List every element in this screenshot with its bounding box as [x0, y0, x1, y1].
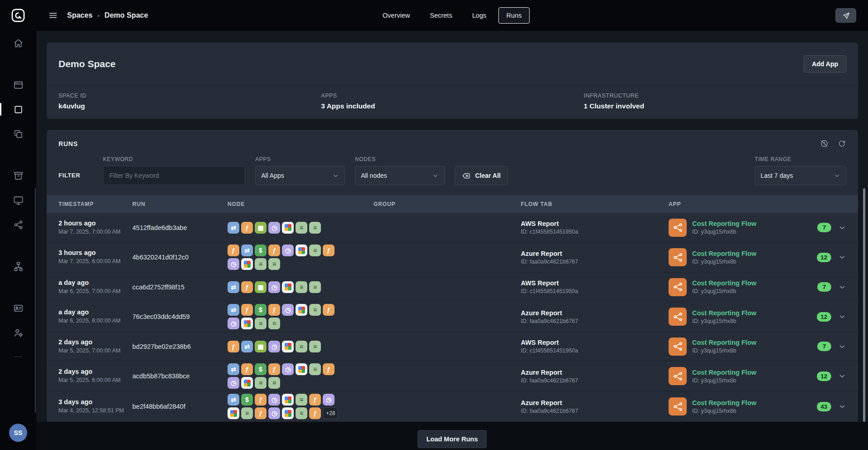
timer-purple-node-icon[interactable]: ◷ — [268, 394, 280, 406]
hamburger-menu-icon[interactable] — [48, 10, 58, 20]
function-orange-node-icon[interactable]: ƒ — [255, 407, 267, 419]
table-green-node-icon[interactable]: ≡ — [309, 363, 321, 375]
timer-purple-node-icon[interactable]: ◷ — [282, 304, 294, 316]
sidebar-item-user-gear[interactable] — [0, 322, 36, 343]
pin-button[interactable] — [835, 8, 856, 23]
sheets-multi-node-icon[interactable] — [282, 407, 294, 419]
table-green-node-icon[interactable]: ≡ — [268, 377, 280, 389]
function-orange-node-icon[interactable]: ƒ — [323, 245, 335, 256]
function-orange-node-icon[interactable]: ƒ — [309, 407, 321, 419]
tab-secrets[interactable]: Secrets — [422, 7, 460, 24]
sheets-multi-node-icon[interactable] — [228, 407, 239, 419]
transfer-blue-node-icon[interactable]: ⇄ — [228, 363, 239, 375]
table-green-node-icon[interactable]: ≡ — [309, 341, 321, 352]
sheets-multi-node-icon[interactable] — [241, 258, 253, 270]
table-green-node-icon[interactable]: ≡ — [296, 222, 307, 234]
table-row[interactable]: 3 hours ago Mar 7, 2025, 6:00:00 AM 4b63… — [47, 242, 858, 273]
chart-green-node-icon[interactable]: ▦ — [255, 341, 267, 352]
time-range-select[interactable]: Last 7 days — [755, 166, 846, 185]
table-green-node-icon[interactable]: ≡ — [296, 407, 307, 419]
timer-purple-node-icon[interactable]: ◷ — [268, 281, 280, 293]
refresh-icon[interactable] — [838, 139, 846, 148]
timer-purple-node-icon[interactable]: ◷ — [228, 377, 239, 389]
table-green-node-icon[interactable]: ≡ — [268, 258, 280, 270]
table-green-node-icon[interactable]: ≡ — [268, 318, 280, 329]
function-orange-node-icon[interactable]: ƒ — [228, 245, 239, 256]
money-green-node-icon[interactable]: $ — [255, 245, 267, 256]
table-green-node-icon[interactable]: ≡ — [296, 394, 307, 406]
tab-logs[interactable]: Logs — [464, 7, 495, 24]
table-green-node-icon[interactable]: ≡ — [241, 407, 253, 419]
row-expand-chevron[interactable] — [838, 224, 846, 232]
function-orange-node-icon[interactable]: ƒ — [268, 363, 280, 375]
function-orange-node-icon[interactable]: ƒ — [268, 245, 280, 256]
table-green-node-icon[interactable]: ≡ — [296, 341, 307, 352]
timer-purple-node-icon[interactable]: ◷ — [268, 407, 280, 419]
timer-purple-node-icon[interactable]: ◷ — [268, 341, 280, 352]
app-flow-link[interactable]: Cost Reporting Flow — [692, 279, 756, 287]
function-orange-node-icon[interactable]: ƒ — [241, 304, 253, 316]
timer-purple-node-icon[interactable]: ◷ — [228, 258, 239, 270]
sheets-multi-node-icon[interactable] — [282, 281, 294, 293]
sheets-multi-node-icon[interactable] — [282, 394, 294, 406]
function-orange-node-icon[interactable]: ƒ — [241, 363, 253, 375]
timer-purple-node-icon[interactable]: ◷ — [282, 363, 294, 375]
breadcrumb-root[interactable]: Spaces — [67, 11, 92, 20]
row-expand-chevron[interactable] — [838, 283, 846, 291]
table-green-node-icon[interactable]: ≡ — [296, 281, 307, 293]
add-app-button[interactable]: Add App — [804, 55, 846, 73]
table-row[interactable]: 3 days ago Mar 4, 2025, 12:58:51 PM be2f… — [47, 391, 858, 422]
schedule-off-icon[interactable] — [820, 139, 829, 148]
money-green-node-icon[interactable]: $ — [255, 363, 267, 375]
row-expand-chevron[interactable] — [838, 313, 846, 321]
sidebar-item-home[interactable] — [0, 33, 36, 54]
function-orange-node-icon[interactable]: ƒ — [323, 363, 335, 375]
vertical-scrollbar[interactable] — [863, 188, 865, 422]
sidebar-item-spaces[interactable] — [0, 99, 36, 120]
function-orange-node-icon[interactable]: ƒ — [241, 222, 253, 234]
table-row[interactable]: a day ago Mar 6, 2025, 7:00:00 AM cca6d2… — [47, 273, 858, 302]
table-green-node-icon[interactable]: ≡ — [255, 377, 267, 389]
table-green-node-icon[interactable]: ≡ — [255, 318, 267, 329]
table-row[interactable]: 2 days ago Mar 5, 2025, 6:00:00 AM acdb5… — [47, 361, 858, 391]
app-flow-link[interactable]: Cost Reporting Flow — [692, 220, 756, 227]
sheets-multi-node-icon[interactable] — [241, 377, 253, 389]
sheets-multi-node-icon[interactable] — [241, 318, 253, 329]
table-row[interactable]: 2 days ago Mar 5, 2025, 7:00:00 AM bd292… — [47, 332, 858, 361]
timer-purple-node-icon[interactable]: ◷ — [323, 394, 335, 406]
app-flow-link[interactable]: Cost Reporting Flow — [692, 309, 756, 317]
chart-green-node-icon[interactable]: ▦ — [255, 281, 267, 293]
table-green-node-icon[interactable]: ≡ — [255, 258, 267, 270]
function-orange-node-icon[interactable]: ƒ — [255, 394, 267, 406]
table-row[interactable]: a day ago Mar 6, 2025, 6:00:00 AM 76c3ec… — [47, 302, 858, 332]
table-green-node-icon[interactable]: ≡ — [309, 281, 321, 293]
row-expand-chevron[interactable] — [838, 342, 846, 351]
function-orange-node-icon[interactable]: ƒ — [309, 394, 321, 406]
sidebar-item-share-nodes[interactable] — [0, 214, 36, 235]
table-green-node-icon[interactable]: ≡ — [309, 245, 321, 256]
money-green-node-icon[interactable]: $ — [255, 304, 267, 316]
timer-purple-node-icon[interactable]: ◷ — [228, 318, 239, 329]
sidebar-item-hierarchy[interactable] — [0, 256, 36, 277]
load-more-runs-button[interactable]: Load More Runs — [417, 430, 487, 448]
clear-all-button[interactable]: Clear All — [455, 166, 508, 185]
function-orange-node-icon[interactable]: ƒ — [323, 304, 335, 316]
sidebar-item-monitor[interactable] — [0, 190, 36, 210]
nodes-filter-select[interactable]: All nodes — [355, 166, 445, 185]
function-orange-node-icon[interactable]: ƒ — [241, 281, 253, 293]
chart-green-node-icon[interactable]: ▦ — [255, 222, 267, 234]
sidebar-item-archive[interactable] — [0, 165, 36, 186]
sheets-multi-node-icon[interactable] — [296, 304, 307, 316]
timer-purple-node-icon[interactable]: ◷ — [268, 222, 280, 234]
function-orange-node-icon[interactable]: ƒ — [268, 304, 280, 316]
transfer-blue-node-icon[interactable]: ⇄ — [228, 281, 239, 293]
table-green-node-icon[interactable]: ≡ — [309, 222, 321, 234]
transfer-blue-node-icon[interactable]: ⇄ — [241, 341, 253, 352]
sidebar-scrollbar[interactable] — [35, 188, 36, 413]
sidebar-item-app-window[interactable] — [0, 74, 36, 95]
table-row[interactable]: 2 hours ago Mar 7, 2025, 7:00:00 AM 4512… — [47, 213, 858, 242]
sheets-multi-node-icon[interactable] — [282, 222, 294, 234]
money-green-node-icon[interactable]: $ — [241, 394, 253, 406]
node-overflow-chip[interactable]: +28 — [323, 407, 338, 419]
function-orange-node-icon[interactable]: ƒ — [228, 341, 239, 352]
